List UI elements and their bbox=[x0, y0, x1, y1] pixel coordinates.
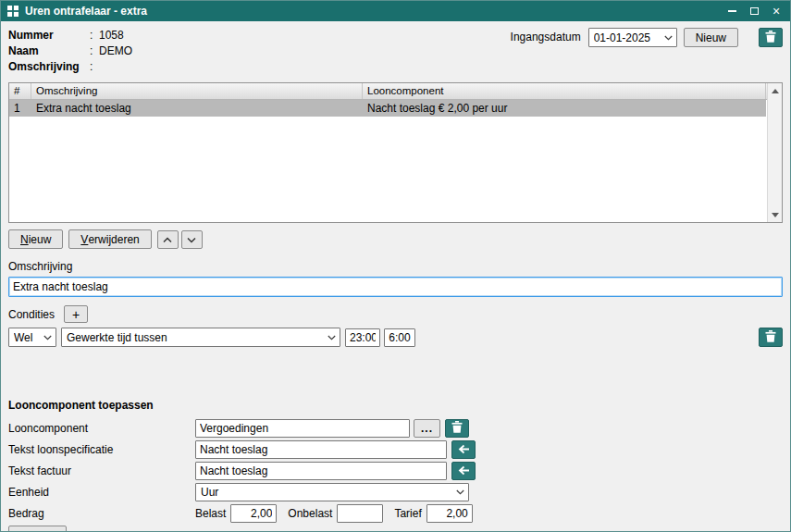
row-omschrijving: Extra nacht toeslag bbox=[31, 100, 363, 117]
chevron-down-icon bbox=[324, 335, 340, 340]
triangle-up-icon bbox=[772, 89, 779, 93]
table-row[interactable]: 1 Extra nacht toeslag Nacht toeslag € 2,… bbox=[9, 100, 766, 117]
maximize-icon bbox=[750, 7, 759, 15]
time-from-input[interactable] bbox=[345, 328, 380, 347]
app-icon bbox=[7, 6, 19, 17]
omschrijving-label: Omschrijving bbox=[8, 60, 90, 73]
colon: : bbox=[90, 60, 99, 73]
belast-input[interactable] bbox=[230, 504, 277, 523]
move-up-button[interactable] bbox=[157, 230, 179, 249]
dialog-window: Uren ontrafelaar - extra × Nummer : 1058… bbox=[0, 0, 791, 532]
looncomponent-section: Looncomponent toepassen Looncomponent ..… bbox=[8, 399, 783, 526]
browse-looncomponent-button[interactable]: ... bbox=[414, 419, 440, 438]
maximize-button[interactable] bbox=[743, 3, 765, 20]
naam-label: Naam bbox=[8, 44, 90, 57]
ingangsdatum-label: Ingangsdatum bbox=[511, 28, 581, 47]
looncomponent-label: Looncomponent bbox=[8, 422, 195, 435]
colon: : bbox=[90, 29, 99, 42]
looncomponent-section-title: Looncomponent toepassen bbox=[8, 399, 783, 412]
condities-header: Condities + bbox=[8, 305, 783, 323]
omschrijving-input[interactable] bbox=[8, 277, 783, 297]
column-header-looncomponent[interactable]: Looncomponent bbox=[363, 83, 766, 99]
close-button[interactable]: × bbox=[765, 3, 787, 20]
table-header: # Omschrijving Looncomponent bbox=[9, 83, 782, 100]
tekst-loonspecificatie-row: Tekst loonspecificatie bbox=[8, 440, 783, 459]
tekst-loonspecificatie-input[interactable] bbox=[195, 440, 447, 459]
conditie-mode-value: Wel bbox=[14, 331, 40, 344]
table-body: 1 Extra nacht toeslag Nacht toeslag € 2,… bbox=[9, 100, 782, 222]
chevron-down-icon bbox=[40, 335, 56, 340]
naam-value: DEMO bbox=[99, 44, 132, 57]
dialog-body: Nummer : 1058 Naam : DEMO Omschrijving :… bbox=[1, 21, 790, 531]
arrow-left-icon bbox=[458, 464, 470, 478]
nieuw-mnemonic: N bbox=[20, 233, 29, 246]
bedrag-row: Bedrag Belast Onbelast Tarief bbox=[8, 504, 783, 523]
eenheid-row: Eenheid Uur bbox=[8, 483, 783, 501]
eenheid-select[interactable]: Uur bbox=[195, 483, 469, 501]
column-header-num[interactable]: # bbox=[9, 83, 31, 99]
window-title: Uren ontrafelaar - extra bbox=[25, 5, 721, 18]
column-header-omschrijving[interactable]: Omschrijving bbox=[31, 83, 363, 99]
window-controls: × bbox=[721, 3, 787, 20]
footer: Sluiten bbox=[8, 526, 783, 531]
row-looncomponent: Nacht toeslag € 2,00 per uur bbox=[363, 100, 766, 117]
ingangsdatum-select[interactable]: 01-01-2025 bbox=[588, 28, 677, 47]
nummer-row: Nummer : 1058 bbox=[8, 27, 132, 43]
nummer-label: Nummer bbox=[8, 29, 90, 42]
tekst-factuur-input[interactable] bbox=[195, 462, 447, 480]
trash-icon bbox=[765, 330, 776, 345]
verwijderen-row-button[interactable]: Verwijderen bbox=[68, 229, 151, 249]
belast-label: Belast bbox=[195, 507, 226, 520]
insert-factuur-button[interactable] bbox=[451, 462, 476, 480]
sluiten-mnemonic: S bbox=[20, 529, 28, 532]
trash-icon bbox=[765, 31, 776, 45]
add-conditie-button[interactable]: + bbox=[64, 305, 88, 323]
minimize-icon bbox=[728, 10, 736, 12]
nieuw-rest: ieuw bbox=[29, 233, 52, 246]
verwijderen-mnemonic: V bbox=[80, 233, 88, 246]
eenheid-label: Eenheid bbox=[8, 486, 195, 499]
delete-conditie-button[interactable] bbox=[759, 328, 783, 347]
insert-loonspecificatie-button[interactable] bbox=[451, 440, 476, 459]
scroll-up-button[interactable] bbox=[768, 83, 782, 98]
tekst-loonspecificatie-label: Tekst loonspecificatie bbox=[8, 443, 195, 456]
condities-label: Condities bbox=[8, 308, 55, 321]
time-to-input[interactable] bbox=[384, 328, 415, 347]
header-section: Nummer : 1058 Naam : DEMO Omschrijving :… bbox=[8, 21, 783, 74]
ingangsdatum-selected-value: 01-01-2025 bbox=[594, 31, 661, 44]
naam-row: Naam : DEMO bbox=[8, 43, 132, 58]
onbelast-input[interactable] bbox=[337, 504, 383, 523]
sluiten-button[interactable]: Sluiten bbox=[8, 526, 67, 531]
ingangsdatum-group: Ingangsdatum 01-01-2025 Nieuw bbox=[511, 27, 783, 74]
nieuw-ingangsdatum-button[interactable]: Nieuw bbox=[684, 28, 738, 47]
chevron-up-icon bbox=[163, 233, 172, 246]
colon: : bbox=[90, 44, 99, 57]
table-scrollbar[interactable] bbox=[767, 83, 782, 222]
delete-looncomponent-button[interactable] bbox=[445, 419, 469, 438]
looncomponent-input[interactable] bbox=[195, 419, 410, 438]
triangle-down-icon bbox=[772, 213, 779, 217]
eenheid-selected-value: Uur bbox=[201, 486, 452, 499]
chevron-down-icon bbox=[187, 233, 196, 246]
verwijderen-rest: erwijderen bbox=[88, 233, 139, 246]
conditie-type-select[interactable]: Gewerkte tijd tussen bbox=[61, 328, 340, 347]
looncomponent-row: Looncomponent ... bbox=[8, 419, 783, 438]
tarief-input[interactable] bbox=[426, 504, 473, 523]
arrow-left-icon bbox=[458, 443, 470, 457]
tekst-factuur-row: Tekst factuur bbox=[8, 462, 783, 480]
conditie-row: Wel Gewerkte tijd tussen bbox=[8, 328, 783, 347]
omschrijving-row: Omschrijving : bbox=[8, 58, 132, 74]
nummer-value: 1058 bbox=[99, 29, 124, 42]
conditie-mode-select[interactable]: Wel bbox=[8, 328, 56, 347]
chevron-down-icon bbox=[661, 35, 676, 41]
delete-ingangsdatum-button[interactable] bbox=[759, 28, 783, 47]
row-num: 1 bbox=[9, 100, 31, 117]
nieuw-row-button[interactable]: Nieuw bbox=[8, 229, 63, 249]
header-fields: Nummer : 1058 Naam : DEMO Omschrijving : bbox=[8, 27, 132, 74]
trash-icon bbox=[451, 421, 463, 436]
sluiten-rest: luiten bbox=[28, 529, 55, 532]
tarief-label: Tarief bbox=[394, 507, 421, 520]
scroll-down-button[interactable] bbox=[768, 207, 782, 222]
minimize-button[interactable] bbox=[721, 3, 743, 20]
move-down-button[interactable] bbox=[181, 230, 203, 249]
